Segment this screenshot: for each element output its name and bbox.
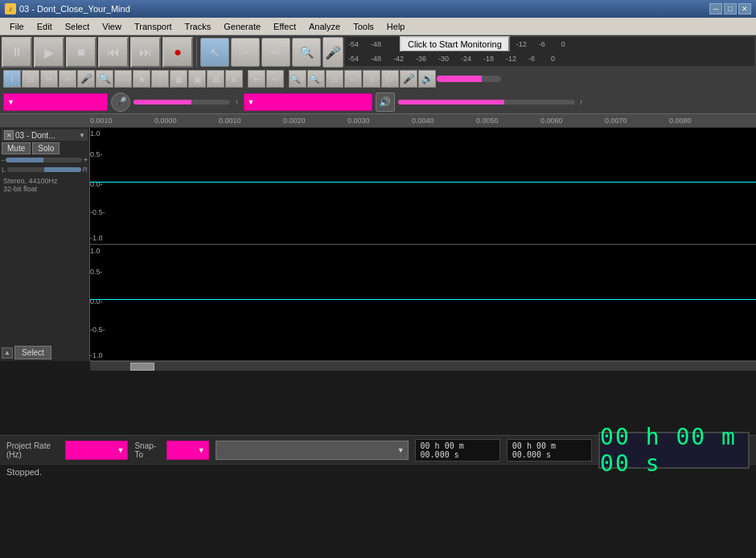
spectrogram-btn[interactable]: ∿ <box>363 70 380 88</box>
track-area: ✕ 03 - Dont... ▼ Mute Solo - + L R Stere… <box>0 128 756 361</box>
envelope-tool-button[interactable]: ↔ <box>231 38 260 67</box>
vu-scale-54: -54 <box>348 40 371 48</box>
zoom-in-btn[interactable]: 🔍+ <box>289 70 306 88</box>
stop-button[interactable]: ■ <box>66 37 97 68</box>
menu-tracks[interactable]: Tracks <box>179 20 218 33</box>
pencil-tool[interactable]: ✏ <box>40 70 58 88</box>
output-vol-btn[interactable]: 🔊 <box>418 70 436 88</box>
vu-scale2-42: -42 <box>393 55 416 63</box>
silence-btn3[interactable]: ▣ <box>188 70 206 88</box>
snap-to-dropdown[interactable]: ▼ <box>166 441 209 460</box>
silence-btn4[interactable]: ▤ <box>207 70 224 88</box>
ruler-tick-6: 0.0050 <box>476 117 499 125</box>
output-volume-slider[interactable] <box>437 76 501 82</box>
maximize-button[interactable]: □ <box>724 3 737 14</box>
input-label: ▼ <box>7 98 14 106</box>
menu-view[interactable]: View <box>96 20 128 33</box>
track-name-arrow[interactable]: ▼ <box>79 132 85 139</box>
scissors-tool[interactable]: ✂ <box>59 70 76 88</box>
bottom-bar: Project Rate (Hz) ▼ Snap-To ▼ ▼ 00 h 00 … <box>0 435 756 464</box>
zoom-fit-btn[interactable]: ⊡ <box>326 70 343 88</box>
output-selector[interactable]: ▼ <box>244 93 372 111</box>
silence-btn1[interactable]: ░ <box>151 70 169 88</box>
snap-select-dropdown[interactable]: ▼ <box>216 441 409 460</box>
pan-slider[interactable] <box>7 167 80 172</box>
vu-scale2-12: -12 <box>506 55 528 63</box>
vu-scale-12: -12 <box>516 40 539 48</box>
gain-minus-label: - <box>2 156 4 164</box>
menu-tools[interactable]: Tools <box>347 20 380 33</box>
scroll-tool[interactable]: ←→ <box>114 70 132 88</box>
undo-btn[interactable]: ↩ <box>248 70 265 88</box>
mic-input-button[interactable]: 🎤 <box>323 37 343 68</box>
snap-to-label: Snap-To <box>134 441 160 459</box>
menu-edit[interactable]: Edit <box>31 20 59 33</box>
ruler-tick-2: 0.0010 <box>219 117 241 125</box>
track-bottom-row: ▲ Select <box>2 346 88 359</box>
horizontal-scrollbar[interactable] <box>90 361 756 371</box>
close-button[interactable]: ✕ <box>738 3 751 14</box>
prev-button[interactable]: ⏮ <box>98 37 129 68</box>
silence-btn2[interactable]: ▦ <box>170 70 187 88</box>
menu-select[interactable]: Select <box>59 20 97 33</box>
play-sel-btn[interactable]: ▷ <box>381 70 399 88</box>
menu-analyze[interactable]: Analyze <box>302 20 347 33</box>
waveform-b-label-n05: -0.5- <box>90 326 105 334</box>
input-selector[interactable]: ▼ <box>3 93 108 111</box>
toolbar-area: ⏸ ▶ ■ ⏮ ⏭ ● ↖ ↔ ✏ 🔍 🎤 -54 -48 <box>0 35 756 91</box>
ruler: 0.0010 0.0000 0.0010 0.0020 0.0030 0.004… <box>0 113 756 128</box>
track-canvas-top[interactable]: 1.0 0.5- 0.0- -0.5- -1.0 <box>90 128 756 244</box>
gain-indicator: ↑ <box>235 98 239 106</box>
redo-btn[interactable]: ↪ <box>266 70 284 88</box>
pause-button[interactable]: ⏸ <box>2 37 32 68</box>
record-button[interactable]: ● <box>162 37 193 68</box>
solo-button[interactable]: Solo <box>32 142 60 154</box>
big-time-value: 00 h 00 m 00 s <box>600 424 748 477</box>
mic2-tool[interactable]: 🎤 <box>400 70 417 88</box>
window-title: 03 - Dont_Close_Your_Mind <box>19 4 709 14</box>
waveform-label-05: 0.5- <box>90 150 103 158</box>
gain-slider[interactable] <box>6 158 82 162</box>
mute-solo-row: Mute Solo <box>2 142 88 154</box>
vu-scale-48: -48 <box>371 40 393 48</box>
tools-toolbar: I ⊡ ✏ ✂ 🎤 🔍 ←→ ★ ░ ▦ ▣ ▤ ⏸ ↩ ↪ 🔍+ 🔍- ⊡ ↔… <box>2 68 754 89</box>
zoom-in-tool[interactable]: 🔍 <box>96 70 113 88</box>
select-tool-button[interactable]: ↖ <box>200 38 229 67</box>
minimize-button[interactable]: ─ <box>709 3 722 14</box>
waveform-center-line-bottom <box>90 299 756 300</box>
speaker-button[interactable]: 🔊 <box>376 92 395 112</box>
mic-tool[interactable]: 🎤 <box>77 70 95 88</box>
track-select-button[interactable]: Select <box>14 346 51 359</box>
input-gain-slider[interactable] <box>134 100 230 105</box>
menu-help[interactable]: Help <box>380 20 412 33</box>
pause-tool[interactable]: ⏸ <box>225 70 243 88</box>
transport-toolbar: ⏸ ▶ ■ ⏮ ⏭ ● ↖ ↔ ✏ 🔍 🎤 -54 -48 <box>2 37 754 68</box>
menu-transport[interactable]: Transport <box>128 20 179 33</box>
mute-button[interactable]: Mute <box>2 142 31 154</box>
mic-monitor-button[interactable]: 🎤 <box>111 92 130 112</box>
track-canvas-bottom[interactable]: 1.0 0.5- 0.0- -0.5- -1.0 <box>90 245 756 362</box>
star-tool[interactable]: ★ <box>133 70 150 88</box>
track-close-button[interactable]: ✕ <box>4 130 14 140</box>
track-collapse-button[interactable]: ▲ <box>2 347 13 359</box>
stop-icon: ■ <box>77 45 85 59</box>
play-icon: ▶ <box>44 45 54 60</box>
play-button[interactable]: ▶ <box>34 37 64 68</box>
zoom-full-btn[interactable]: ↔ <box>344 70 362 88</box>
vu-scale2-18: -18 <box>483 55 506 63</box>
output-gain-slider[interactable] <box>398 100 575 105</box>
zoom-tool-button[interactable]: 🔍 <box>292 38 321 67</box>
scrollbar-thumb[interactable] <box>130 363 154 371</box>
menu-file[interactable]: File <box>3 20 31 33</box>
draw-tool-button[interactable]: ✏ <box>261 38 290 67</box>
ibeam-tool[interactable]: I <box>3 70 21 88</box>
track-info-line1: Stereo, 44100Hz <box>3 177 86 185</box>
menu-effect[interactable]: Effect <box>267 20 302 33</box>
region-tool[interactable]: ⊡ <box>22 70 39 88</box>
vu-bottom-row: -54 -48 -42 -36 -30 -24 -18 -12 -6 0 <box>345 51 754 66</box>
monitor-button[interactable]: Click to Start Monitoring <box>400 36 510 52</box>
project-rate-dropdown[interactable]: ▼ <box>65 441 128 460</box>
next-button[interactable]: ⏭ <box>130 37 161 68</box>
zoom-out-btn[interactable]: 🔍- <box>307 70 325 88</box>
menu-generate[interactable]: Generate <box>217 20 267 33</box>
